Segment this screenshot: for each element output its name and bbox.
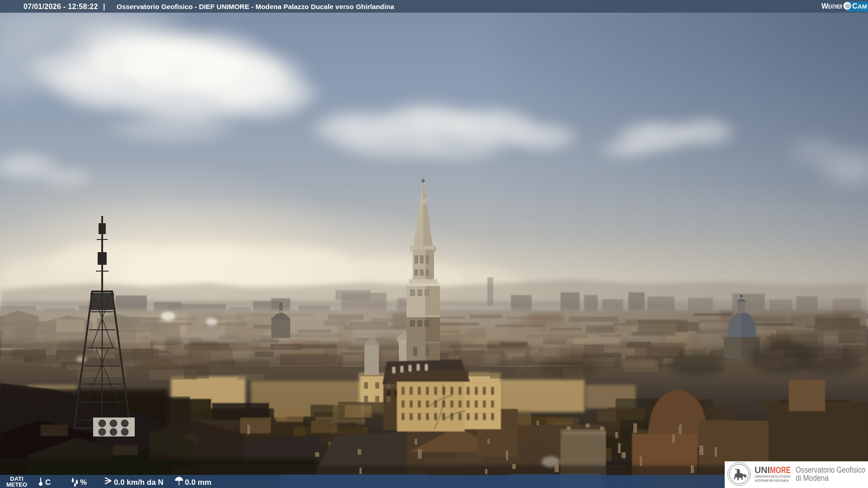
svg-text:Osservatorio Geofisico: Osservatorio Geofisico bbox=[796, 465, 865, 474]
svg-text:MODENA E REGGIO EMILIA: MODENA E REGGIO EMILIA bbox=[755, 479, 789, 483]
svg-text:0.0 km/h da N: 0.0 km/h da N bbox=[114, 478, 164, 487]
svg-text:AM: AM bbox=[858, 4, 867, 10]
svg-text:MORE: MORE bbox=[770, 465, 791, 475]
svg-text:C: C bbox=[852, 2, 858, 10]
svg-text:C: C bbox=[45, 478, 51, 487]
svg-text:07/01/2026 - 12:58:22: 07/01/2026 - 12:58:22 bbox=[24, 3, 98, 10]
svg-text:|: | bbox=[103, 3, 105, 10]
svg-text:UNI: UNI bbox=[755, 465, 770, 475]
svg-text:di Modena: di Modena bbox=[796, 474, 829, 483]
svg-text:METEO: METEO bbox=[6, 481, 27, 488]
svg-text:EATHER: EATHER bbox=[828, 4, 842, 10]
svg-text:W: W bbox=[821, 2, 829, 10]
svg-text:Osservatorio Geofisico - DIEF: Osservatorio Geofisico - DIEF UNIMORE - … bbox=[117, 3, 395, 10]
svg-text:%: % bbox=[80, 478, 87, 487]
svg-text:0.0 mm: 0.0 mm bbox=[185, 478, 212, 487]
